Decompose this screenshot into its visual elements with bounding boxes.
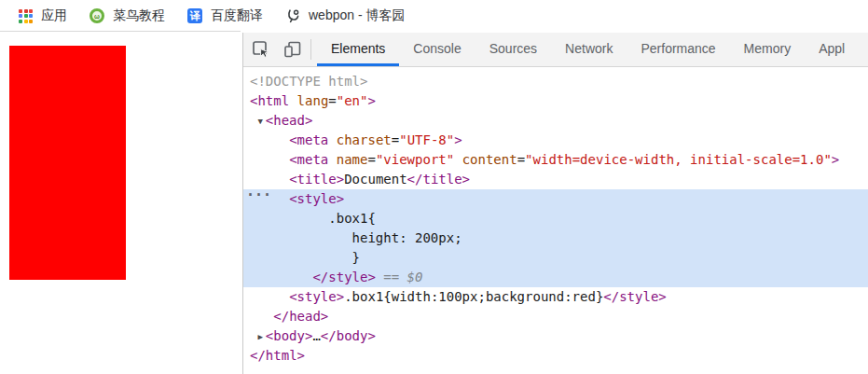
code-token: > bbox=[832, 152, 839, 167]
bookmark-baidu-translate[interactable]: 译 百度翻译 bbox=[187, 7, 263, 24]
code-line[interactable]: <title>Document</title> bbox=[243, 170, 868, 189]
code-line[interactable]: height: 200px; bbox=[243, 229, 868, 248]
code-line[interactable]: .box1{ bbox=[243, 209, 868, 229]
code-token: </title> bbox=[407, 172, 470, 187]
code-token: "width=device-width, initial-scale=1.0" bbox=[525, 152, 832, 167]
code-token: ▶ bbox=[257, 327, 265, 347]
devtools-tab-bar: ElementsConsoleSourcesNetworkPerformance… bbox=[317, 33, 868, 66]
code-token: = bbox=[367, 152, 375, 167]
code-token: > bbox=[367, 93, 375, 108]
apps-grid-cell bbox=[24, 20, 28, 23]
tab-elements[interactable]: Elements bbox=[317, 33, 399, 66]
bookmark-cnblogs-label: webpon - 博客园 bbox=[309, 7, 405, 24]
devtools-panel: ElementsConsoleSourcesNetworkPerformance… bbox=[242, 33, 868, 374]
code-line[interactable]: } bbox=[243, 248, 868, 268]
code-token: = bbox=[328, 93, 336, 108]
tab-performance[interactable]: Performance bbox=[627, 33, 729, 66]
tab-appl[interactable]: Appl bbox=[805, 33, 859, 66]
toolbar-separator bbox=[310, 39, 311, 60]
apps-grid-cell bbox=[24, 14, 28, 18]
red-box-element bbox=[9, 46, 126, 280]
code-token bbox=[454, 152, 462, 167]
code-token: <!DOCTYPE html> bbox=[250, 74, 367, 89]
code-token bbox=[250, 270, 312, 284]
inspect-element-button[interactable] bbox=[247, 33, 275, 66]
code-line[interactable]: <meta charset="UTF-8"> bbox=[243, 131, 868, 150]
code-token bbox=[289, 93, 296, 108]
code-token: Document bbox=[344, 172, 406, 187]
device-toolbar-icon bbox=[283, 40, 302, 59]
baidu-translate-icon: 译 bbox=[187, 8, 202, 23]
code-token: <style> bbox=[289, 191, 344, 206]
bookmark-runoob-label: 菜鸟教程 bbox=[113, 7, 165, 24]
bookmark-baidu-translate-label: 百度翻译 bbox=[211, 7, 263, 24]
code-token: … bbox=[312, 328, 320, 343]
code-token bbox=[250, 152, 289, 167]
code-token: "UTF-8" bbox=[399, 132, 454, 147]
code-token: > bbox=[454, 132, 462, 147]
runoob-icon: ω bbox=[90, 8, 104, 23]
code-token: <style> bbox=[289, 289, 344, 304]
bookmarks-bar-divider bbox=[0, 31, 241, 32]
code-line[interactable]: ▶<body>…</body> bbox=[243, 326, 868, 346]
code-line[interactable]: </head> bbox=[243, 307, 868, 326]
code-token: <title> bbox=[289, 172, 344, 187]
code-line[interactable]: <!DOCTYPE html> bbox=[243, 72, 868, 91]
devtools-toolbar: ElementsConsoleSourcesNetworkPerformance… bbox=[243, 33, 868, 67]
code-token: <head> bbox=[266, 113, 313, 128]
code-line[interactable]: ▼<head> bbox=[243, 111, 868, 131]
code-token: <meta bbox=[289, 152, 328, 167]
bookmark-cnblogs[interactable]: webpon - 博客园 bbox=[285, 7, 405, 24]
code-token: </head> bbox=[273, 309, 328, 324]
apps-grid-cell bbox=[29, 14, 33, 18]
code-line[interactable]: </html> bbox=[243, 346, 868, 366]
tab-console[interactable]: Console bbox=[399, 33, 475, 66]
bookmark-apps-label: 应用 bbox=[41, 7, 67, 24]
code-line[interactable]: <html lang="en"> bbox=[243, 91, 868, 111]
code-token: <meta bbox=[289, 132, 328, 147]
code-token: <body> bbox=[266, 328, 313, 343]
code-token: height: 200px; bbox=[250, 230, 462, 245]
apps-grid-cell bbox=[29, 20, 33, 23]
code-token bbox=[250, 172, 289, 187]
code-token: content bbox=[462, 152, 517, 167]
bookmark-runoob[interactable]: ω 菜鸟教程 bbox=[90, 7, 165, 24]
tab-sources[interactable]: Sources bbox=[475, 33, 551, 66]
bookmark-apps[interactable]: 应用 bbox=[19, 7, 67, 24]
code-token: name bbox=[337, 152, 368, 167]
code-token bbox=[250, 113, 257, 128]
code-token: "en" bbox=[337, 93, 368, 108]
code-line[interactable]: ··· <style> bbox=[243, 189, 868, 209]
code-token: <html bbox=[250, 93, 289, 108]
code-token: ▼ bbox=[257, 112, 265, 132]
cnblogs-icon bbox=[285, 8, 300, 23]
code-token bbox=[328, 132, 336, 147]
code-token: "viewport" bbox=[376, 152, 454, 167]
inspect-cursor-icon bbox=[252, 40, 270, 59]
apps-grid-icon bbox=[19, 9, 33, 23]
code-line[interactable]: <style>.box1{width:100px;background:red}… bbox=[243, 287, 868, 307]
code-line[interactable]: </style> == $0 bbox=[243, 268, 868, 287]
tab-memory[interactable]: Memory bbox=[730, 33, 806, 66]
code-token: lang bbox=[297, 93, 329, 108]
tab-network[interactable]: Network bbox=[551, 33, 627, 66]
code-token: </style> bbox=[312, 270, 375, 284]
code-token bbox=[328, 152, 336, 167]
code-token: } bbox=[250, 250, 360, 265]
toggle-device-toolbar-button[interactable] bbox=[279, 33, 307, 66]
code-token: </style> bbox=[603, 289, 666, 304]
apps-grid-cell bbox=[24, 9, 28, 13]
apps-grid-cell bbox=[19, 20, 22, 23]
code-token: charset bbox=[337, 132, 392, 147]
code-token: </body> bbox=[321, 328, 376, 343]
bookmarks-bar: 应用 ω 菜鸟教程 译 百度翻译 webpon - 博客园 bbox=[0, 0, 868, 32]
code-token: = bbox=[392, 132, 399, 147]
code-token: .box1{width:100px;background:red} bbox=[344, 289, 603, 304]
code-token: = bbox=[517, 152, 525, 167]
code-token: </html> bbox=[250, 348, 305, 363]
gutter-dots-icon[interactable]: ··· bbox=[246, 186, 271, 205]
code-token bbox=[250, 328, 257, 343]
code-line[interactable]: <meta name="viewport" content="width=dev… bbox=[243, 150, 868, 170]
apps-grid-cell bbox=[19, 9, 22, 13]
apps-grid-cell bbox=[19, 14, 22, 18]
